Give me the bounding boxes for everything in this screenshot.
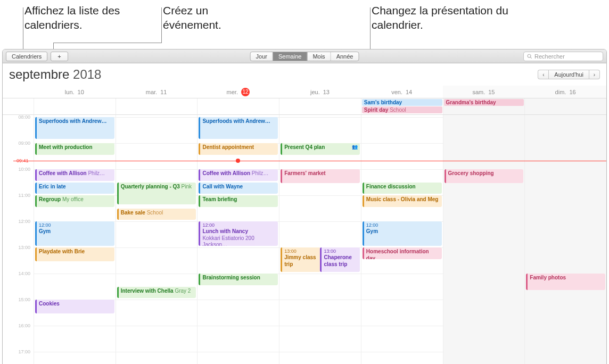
day-header[interactable]: mar.11	[116, 86, 197, 98]
event[interactable]: Cookies	[35, 300, 114, 313]
next-week-button[interactable]: ›	[589, 70, 600, 79]
view-switcher: Jour Semaine Mois Année	[250, 52, 359, 61]
toolbar: Calendriers + Jour Semaine Mois Année Re…	[3, 49, 606, 63]
day-header[interactable]: dim.16	[524, 86, 606, 98]
hour-label: 13:00	[18, 245, 30, 250]
annotation-callouts: Affichez la liste des calendriers. Créez…	[0, 0, 609, 49]
day-columns: Superfoods with Andrew…Meet with product…	[34, 115, 606, 364]
event[interactable]: Team briefing	[199, 195, 278, 207]
day-abbrev: lun.	[65, 89, 75, 95]
event[interactable]: Dentist appointment	[199, 143, 278, 155]
day-column[interactable]: Present Q4 plan👥Farmers' market13:00Jimm…	[279, 115, 361, 364]
allday-event[interactable]: Grandma's birthday	[444, 99, 524, 106]
event[interactable]: Present Q4 plan👥	[281, 143, 360, 155]
prev-week-button[interactable]: ‹	[538, 70, 548, 79]
day-header[interactable]: sam.15	[443, 86, 525, 98]
view-day[interactable]: Jour	[251, 52, 273, 61]
event[interactable]: Coffee with Allison Philz…	[35, 169, 114, 181]
day-column[interactable]: Quarterly planning - Q3 PinkBake sale Sc…	[116, 115, 197, 364]
allday-cell[interactable]	[197, 98, 279, 114]
allday-cell[interactable]	[279, 98, 361, 114]
search-input[interactable]: Rechercher	[523, 52, 603, 61]
month-name: septembre	[9, 67, 69, 81]
chevron-right-icon: ›	[594, 72, 595, 78]
event[interactable]: Regroup My office	[35, 195, 114, 207]
event[interactable]: Brainstorming session	[199, 274, 278, 285]
event[interactable]: Interview with Chella Gray 2	[117, 287, 196, 299]
now-label: 09:41	[17, 158, 29, 163]
event[interactable]: Farmers' market	[281, 169, 360, 183]
subheader: septembre 2018 ‹ Aujourd'hui ›	[3, 63, 606, 86]
today-badge: 12	[241, 88, 250, 96]
calendar-window: Calendriers + Jour Semaine Mois Année Re…	[2, 49, 607, 364]
hour-label: 16:00	[18, 323, 30, 328]
event[interactable]: 12:00Lunch with NancyKokkari Estiatorio …	[199, 221, 278, 246]
allday-event[interactable]: Spirit day School	[362, 106, 442, 113]
hour-label: 14:00	[18, 271, 30, 276]
calendars-button[interactable]: Calendriers	[6, 52, 47, 61]
event[interactable]: 13:00Jimmy class trip	[281, 247, 320, 272]
day-abbrev: mer.	[227, 89, 238, 95]
event[interactable]: Bake sale School	[117, 209, 196, 220]
allday-row: Sam's birthdaySpirit day SchoolGrandma's…	[3, 98, 606, 115]
allday-gutter	[3, 98, 34, 114]
allday-event[interactable]: Sam's birthday	[362, 99, 442, 106]
event[interactable]: Eric in late	[35, 183, 114, 194]
day-header[interactable]: lun.10	[34, 86, 116, 98]
now-line	[13, 161, 606, 161]
day-abbrev: ven.	[391, 89, 402, 95]
event[interactable]: Finance discussion	[363, 183, 442, 194]
event[interactable]: 12:00Gym	[363, 221, 442, 246]
day-column[interactable]: Family photos	[524, 115, 606, 364]
day-number: 11	[160, 89, 167, 95]
day-column[interactable]: Finance discussionMusic class - Olivia a…	[361, 115, 443, 364]
day-number: 10	[78, 89, 84, 95]
nav-group: ‹ Aujourd'hui ›	[538, 70, 600, 79]
now-dot	[236, 159, 240, 163]
event[interactable]: Grocery shopping	[445, 169, 524, 183]
time-grid[interactable]: 08:0009:0010:0011:0012:0013:0014:0015:00…	[3, 115, 606, 364]
allday-cell[interactable]	[524, 98, 606, 114]
allday-cell[interactable]	[34, 98, 116, 114]
event[interactable]: Meet with production	[35, 143, 114, 155]
allday-cell[interactable]	[116, 98, 197, 114]
event[interactable]: Family photos	[526, 274, 605, 290]
search-icon	[527, 54, 532, 59]
day-column[interactable]: Grocery shopping	[443, 115, 525, 364]
callout-list: Affichez la liste des calendriers.	[24, 3, 131, 32]
add-event-button[interactable]: +	[51, 52, 68, 61]
day-header[interactable]: ven.14	[361, 86, 443, 98]
event[interactable]: Homeschool information day	[363, 247, 442, 259]
day-column[interactable]: Superfoods with Andrew…Meet with product…	[34, 115, 116, 364]
day-abbrev: mar.	[146, 89, 157, 95]
event[interactable]: Quarterly planning - Q3 Pink	[117, 183, 196, 204]
event[interactable]: 12:00Gym	[35, 221, 114, 246]
view-week[interactable]: Semaine	[273, 52, 307, 61]
allday-cell[interactable]: Sam's birthdaySpirit day School	[361, 98, 443, 114]
day-number: 16	[569, 89, 575, 95]
event[interactable]: Superfoods with Andrew…	[35, 117, 114, 139]
event[interactable]: 13:00Chaperone class trip	[320, 247, 359, 272]
day-abbrev: jeu.	[310, 89, 320, 95]
event[interactable]: Superfoods with Andrew…	[199, 117, 278, 139]
view-year[interactable]: Année	[331, 52, 359, 61]
allday-cell[interactable]: Grandma's birthday	[443, 98, 525, 114]
day-header[interactable]: mer.12	[197, 86, 279, 98]
hour-label: 12:00	[18, 219, 30, 224]
event[interactable]: Coffee with Allison Philz…	[199, 169, 278, 181]
event[interactable]: Playdate with Brie	[35, 247, 114, 261]
day-column[interactable]: Superfoods with Andrew…Dentist appointme…	[197, 115, 279, 364]
search-placeholder: Rechercher	[534, 53, 565, 60]
hour-label: 17:00	[18, 349, 30, 354]
today-button[interactable]: Aujourd'hui	[548, 70, 589, 79]
month-year: 2018	[73, 67, 101, 81]
callout-create: Créez un événement.	[163, 3, 269, 32]
chevron-left-icon: ‹	[542, 72, 544, 78]
hour-label: 11:00	[18, 193, 30, 198]
event[interactable]: Call with Wayne	[199, 183, 278, 194]
view-month[interactable]: Mois	[307, 52, 331, 61]
day-header[interactable]: jeu.13	[279, 86, 361, 98]
hour-label: 09:00	[18, 140, 30, 146]
day-abbrev: sam.	[472, 89, 485, 95]
event[interactable]: Music class - Olivia and Meg	[363, 195, 442, 207]
